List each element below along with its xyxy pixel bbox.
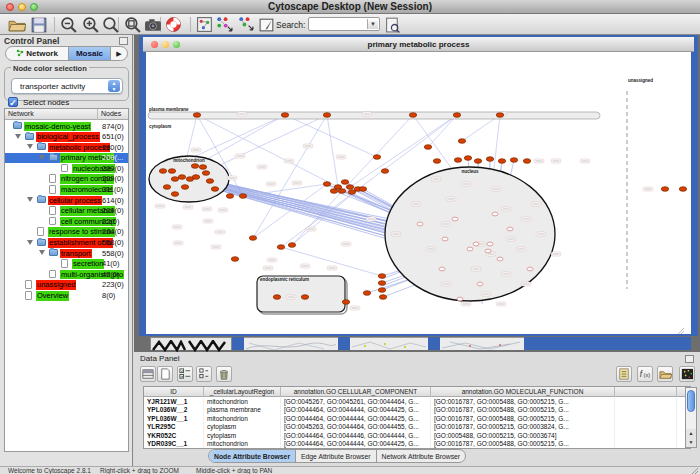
save-icon[interactable] xyxy=(30,16,48,33)
float-panel-icon[interactable] xyxy=(119,37,128,45)
background-windows[interactable] xyxy=(134,337,700,350)
tree-row[interactable]: nucleobase-209(0) xyxy=(5,163,128,174)
search-input[interactable]: ▼ xyxy=(308,17,380,31)
tree-row[interactable]: primary metabo209(... xyxy=(5,153,128,164)
tab-overflow-arrow[interactable]: ▶ xyxy=(111,47,127,60)
tree-row[interactable]: metabolic process280(0) xyxy=(5,142,128,153)
table-row[interactable]: YJR121W__1mitochondrion[GO:0045267, GO:0… xyxy=(144,398,690,406)
window-titlebar[interactable]: Cytoscape Desktop (New Session) xyxy=(0,0,700,14)
open-folder-icon[interactable] xyxy=(657,366,673,382)
tree-row-label[interactable]: transport xyxy=(60,249,92,259)
table-cell: mitochondrion xyxy=(204,415,281,423)
scrollbar-arrows[interactable]: ▲▼ xyxy=(686,429,696,447)
tree-row-nodes-count: 558(0) xyxy=(102,238,124,248)
tree-row[interactable]: response to stimulu264(0) xyxy=(5,227,128,238)
tree-row[interactable]: establishment of lo558(0) xyxy=(5,238,128,249)
matrix-icon[interactable] xyxy=(679,366,695,382)
layout-2-icon[interactable] xyxy=(237,16,255,33)
tab-node-attribute-browser[interactable]: Node Attribute Browser xyxy=(209,450,296,462)
expand-triangle-icon[interactable] xyxy=(27,240,33,245)
data-panel: Data Panel f(x) ID_cellularLayoutRegiona… xyxy=(134,352,700,466)
table-row[interactable]: YKR052Ccytoplasm[GO:0044464, GO:0044446,… xyxy=(144,432,690,440)
table-row[interactable]: YLR295Ccytoplasm[GO:0045263, GO:0044464,… xyxy=(144,423,690,431)
zoom-out-icon[interactable] xyxy=(60,16,78,33)
expand-triangle-icon[interactable] xyxy=(39,250,45,255)
column-header[interactable]: _cellularLayoutRegion xyxy=(204,387,281,397)
expand-triangle-icon[interactable] xyxy=(39,155,45,160)
dropdown-stepper-icon[interactable]: ▲▼ xyxy=(108,80,120,92)
tree-row-label[interactable]: secretion xyxy=(72,259,104,269)
tree-row[interactable]: cellular metabol209(0) xyxy=(5,206,128,217)
help-lifering-icon[interactable] xyxy=(165,16,183,33)
tree-row[interactable]: cell communicat22(0) xyxy=(5,216,128,227)
tree-row[interactable]: unassigned223(0) xyxy=(5,280,128,291)
zoom-in-icon[interactable] xyxy=(82,16,100,33)
tab-edge-attribute-browser[interactable]: Edge Attribute Browser xyxy=(296,450,377,462)
expand-triangle-icon[interactable] xyxy=(15,134,21,139)
network-window-titlebar[interactable]: primary metabolic process xyxy=(143,37,694,52)
node-color-dropdown[interactable]: transporter activity ▲▼ xyxy=(11,78,123,94)
tree-row-label[interactable]: unassigned xyxy=(36,280,76,290)
camera-icon[interactable] xyxy=(144,16,162,33)
table-row[interactable]: YPL036W__2plasma membrane[GO:0044464, GO… xyxy=(144,406,690,414)
folder-icon xyxy=(37,196,46,203)
table-scrollbar[interactable]: ▲▼ xyxy=(685,387,697,448)
expand-triangle-icon[interactable] xyxy=(27,197,33,202)
table-cell: [GO:0045263, GO:0044464, GO:0044455, G..… xyxy=(281,423,431,431)
zoom-selected-icon[interactable] xyxy=(102,16,120,33)
select-nodes-checkbox[interactable]: ✓ xyxy=(8,97,18,107)
column-header[interactable]: ID xyxy=(144,387,204,397)
tree-row[interactable]: cellular process614(0) xyxy=(5,195,128,206)
tree-row-label[interactable]: mosaic-demo-yeast xyxy=(24,122,91,132)
search-advanced-icon[interactable] xyxy=(384,16,402,33)
tree-row-label[interactable]: Overview xyxy=(36,291,69,301)
annotation-icon[interactable] xyxy=(258,16,276,33)
tree-row[interactable]: transport558(0) xyxy=(5,248,128,259)
column-header[interactable] xyxy=(615,387,677,397)
new-page-icon[interactable] xyxy=(157,366,173,382)
checklist-icon[interactable] xyxy=(177,366,193,382)
trash-icon[interactable] xyxy=(216,366,232,382)
tree-row[interactable]: multi-organism pro42(0) xyxy=(5,269,128,280)
table-cell: plasma membrane xyxy=(204,406,281,414)
resize-grip-icon[interactable] xyxy=(692,468,699,474)
control-panel-tabs: Network Mosaic ▶ xyxy=(5,46,128,61)
list-icon[interactable] xyxy=(196,366,212,382)
open-folder-icon[interactable] xyxy=(8,16,26,33)
tab-mosaic[interactable]: Mosaic xyxy=(68,47,111,60)
tree-row-label[interactable]: biological_process xyxy=(36,132,100,142)
layout-1-icon[interactable] xyxy=(215,16,233,33)
group-label: Node color selection xyxy=(11,64,89,73)
column-header[interactable]: annotation.GO MOLECULAR_FUNCTION xyxy=(431,387,615,397)
expand-triangle-icon[interactable] xyxy=(27,144,33,149)
table-cell: YPL036W__1 xyxy=(144,415,204,423)
search-dropdown-icon[interactable]: ▼ xyxy=(367,19,378,29)
table-icon[interactable] xyxy=(140,366,156,382)
tree-row-label[interactable]: cellular process xyxy=(48,196,102,206)
table-cell: YPL036W__2 xyxy=(144,406,204,414)
tree-row[interactable]: Overview8(0) xyxy=(5,291,128,302)
tree-row[interactable]: secretion41(0) xyxy=(5,259,128,270)
tree-row[interactable]: mosaic-demo-yeast874(0) xyxy=(5,121,128,132)
table-cell xyxy=(615,415,677,423)
formula-icon[interactable]: f(x) xyxy=(637,366,653,382)
tab-network-attribute-browser[interactable]: Network Attribute Browser xyxy=(377,450,466,462)
network-overview-icon[interactable] xyxy=(196,16,214,33)
file-icon xyxy=(49,217,56,226)
tree-row[interactable]: nitrogen compo209(0) xyxy=(5,174,128,185)
tab-network[interactable]: Network xyxy=(6,47,68,60)
table-row[interactable]: YDR039C__1mitochondrion[GO:0044464, GO:0… xyxy=(144,440,690,448)
cytoscape-desktop: Cytoscape Desktop (New Session) Search: … xyxy=(0,0,700,474)
tree-row[interactable]: biological_process651(0) xyxy=(5,132,128,143)
folder-icon xyxy=(49,154,58,161)
column-header[interactable]: annotation.GO CELLULAR_COMPONENT xyxy=(281,387,431,397)
tree-header: Network Nodes xyxy=(5,109,128,120)
notes-icon[interactable] xyxy=(616,366,632,382)
zoom-fit-icon[interactable] xyxy=(124,16,142,33)
file-icon xyxy=(61,164,68,173)
network-canvas[interactable]: plasma membranecytoplasmmitochondrionnuc… xyxy=(146,52,691,334)
table-row[interactable]: YPL036W__1mitochondrion[GO:0044464, GO:0… xyxy=(144,415,690,423)
scrollbar-thumb[interactable] xyxy=(687,390,695,412)
tree-row[interactable]: macromolecule311(0) xyxy=(5,185,128,196)
float-panel-icon[interactable] xyxy=(685,355,694,363)
